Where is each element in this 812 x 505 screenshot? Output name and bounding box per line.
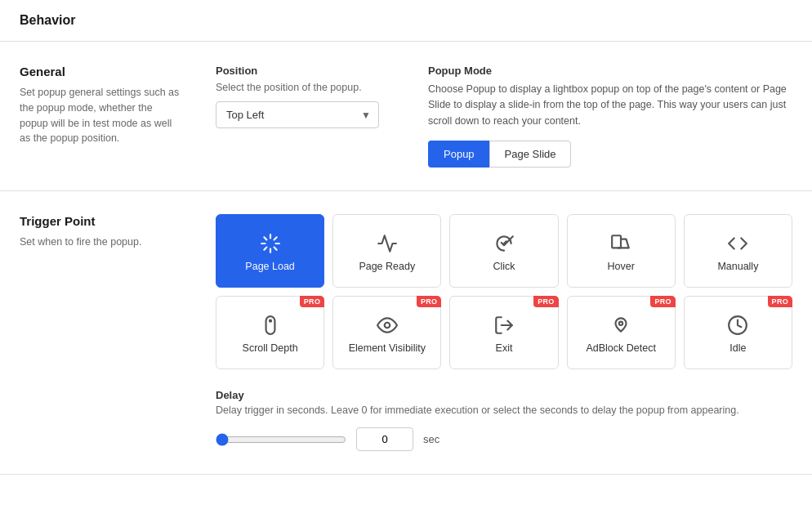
trigger-section-label: Trigger Point Set when to fire the popup… — [20, 214, 183, 451]
general-section: General Set popup general settings such … — [0, 42, 812, 191]
hover-icon — [610, 233, 631, 254]
page-header: Behavior — [0, 0, 812, 42]
trigger-label-hover: Hover — [608, 261, 635, 272]
trigger-label-click: Click — [493, 261, 515, 272]
adblock-icon — [610, 315, 631, 336]
eye-icon — [377, 315, 398, 336]
idle-icon — [727, 315, 748, 336]
trigger-card-manually[interactable]: Manually — [684, 214, 792, 288]
code-icon — [727, 233, 748, 254]
trigger-label-manually: Manually — [717, 261, 758, 272]
delay-label: Delay — [216, 389, 792, 401]
position-select[interactable]: Top Left Top Center Top Right Bottom Lef… — [216, 101, 379, 128]
pro-badge-adblock: PRO — [650, 296, 675, 307]
svg-point-2 — [270, 320, 271, 322]
svg-point-3 — [385, 323, 390, 328]
delay-slider[interactable] — [216, 433, 346, 446]
trigger-label-page-load: Page Load — [245, 261, 294, 272]
popup-mode-popup-button[interactable]: Popup — [428, 141, 489, 168]
delay-unit: sec — [423, 433, 439, 445]
position-label: Position — [216, 65, 395, 77]
trigger-label-scroll-depth: Scroll Depth — [243, 342, 298, 354]
page-ready-icon — [377, 233, 398, 254]
trigger-card-element-visibility[interactable]: PRO Element Visibility — [332, 296, 441, 369]
trigger-label-page-ready: Page Ready — [359, 261, 415, 272]
delay-controls: sec — [216, 427, 792, 451]
position-select-wrapper: Top Left Top Center Top Right Bottom Lef… — [216, 101, 379, 128]
trigger-section: Trigger Point Set when to fire the popup… — [0, 191, 812, 475]
popup-mode-description: Choose Popup to display a lightbox popup… — [428, 82, 792, 129]
delay-input[interactable] — [356, 427, 413, 451]
svg-point-5 — [619, 322, 622, 325]
popup-mode-pageslide-button[interactable]: Page Slide — [489, 141, 572, 168]
trigger-label-exit: Exit — [496, 342, 513, 354]
scroll-icon — [260, 315, 281, 336]
trigger-card-click[interactable]: Click — [449, 214, 558, 288]
svg-rect-1 — [265, 316, 274, 334]
trigger-card-adblock-detect[interactable]: PRO AdBlock Detect — [567, 296, 676, 369]
exit-icon — [493, 315, 515, 336]
trigger-card-page-ready[interactable]: Page Ready — [332, 214, 441, 288]
click-icon — [493, 233, 515, 254]
position-block: Position Select the position of the popu… — [216, 65, 395, 168]
general-description: Set popup general settings such as the p… — [20, 85, 183, 146]
page-title: Behavior — [20, 13, 75, 27]
trigger-content: Page Load Page Ready Click — [216, 214, 792, 451]
trigger-label-idle: Idle — [729, 342, 746, 354]
delay-section: Delay Delay trigger in seconds. Leave 0 … — [216, 389, 792, 451]
delay-description: Delay trigger in seconds. Leave 0 for im… — [216, 404, 792, 416]
trigger-title: Trigger Point — [20, 214, 183, 228]
pro-badge-element-visibility: PRO — [417, 296, 441, 307]
trigger-card-scroll-depth[interactable]: PRO Scroll Depth — [216, 296, 324, 369]
general-title: General — [20, 65, 183, 78]
trigger-label-element-visibility: Element Visibility — [349, 342, 426, 354]
general-section-label: General Set popup general settings such … — [20, 65, 183, 168]
trigger-card-hover[interactable]: Hover — [567, 214, 676, 288]
popup-mode-toggle-group: Popup Page Slide — [428, 141, 792, 168]
general-content: Position Select the position of the popu… — [216, 65, 792, 168]
svg-rect-0 — [612, 235, 621, 248]
pro-badge-exit: PRO — [533, 296, 558, 307]
position-description: Select the position of the popup. — [216, 82, 395, 93]
trigger-card-idle[interactable]: PRO Idle — [684, 296, 792, 369]
popup-mode-label: Popup Mode — [428, 65, 792, 77]
loader-icon — [260, 233, 281, 254]
trigger-description: Set when to fire the popup. — [20, 235, 183, 250]
pro-badge-scroll: PRO — [300, 296, 324, 307]
trigger-grid-row1: Page Load Page Ready Click — [216, 214, 792, 369]
trigger-label-adblock-detect: AdBlock Detect — [586, 342, 655, 354]
trigger-card-exit[interactable]: PRO Exit — [449, 296, 558, 369]
pro-badge-idle: PRO — [768, 296, 792, 307]
popup-mode-block: Popup Mode Choose Popup to display a lig… — [428, 65, 792, 168]
trigger-card-page-load[interactable]: Page Load — [216, 214, 324, 288]
